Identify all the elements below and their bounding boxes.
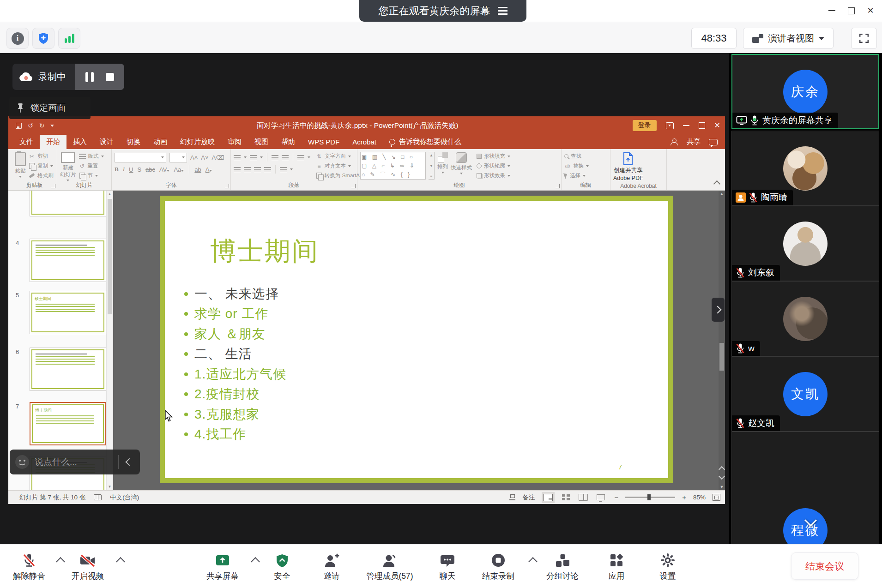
font-dialog-launcher[interactable] (225, 184, 229, 188)
replace-button[interactable]: ab替换 (564, 162, 589, 170)
drawing-dialog-launcher[interactable] (556, 184, 560, 188)
share-person-icon[interactable] (671, 138, 678, 145)
slide-thumbnail[interactable]: 博士期间 (30, 402, 106, 445)
zoom-out-icon[interactable]: − (614, 493, 618, 501)
align-left-icon[interactable] (234, 167, 241, 172)
save-icon[interactable] (16, 123, 22, 129)
clear-format-button[interactable]: A⌫ (212, 154, 224, 161)
lock-view-button[interactable]: 锁定画面 (9, 97, 91, 119)
meeting-security-button[interactable] (32, 28, 54, 49)
increase-indent-icon[interactable] (282, 155, 289, 160)
zoom-slider[interactable] (625, 497, 675, 498)
language-label[interactable]: 中文(台湾) (110, 493, 139, 502)
toolbar-stop-record[interactable]: 结束录制 (464, 550, 533, 582)
scroll-up-icon[interactable]: ▲ (107, 192, 113, 196)
shadow-button[interactable]: S (137, 166, 141, 173)
format-painter-button[interactable]: 格式刷 (29, 171, 54, 180)
ppt-login-button[interactable]: 登录 (633, 120, 657, 131)
quick-styles-button[interactable]: 快速样式 (451, 152, 472, 174)
shapes-scroll[interactable]: ▲▼≡ (429, 152, 435, 180)
toolbar-share-screen[interactable]: 共享屏幕 (188, 550, 257, 582)
ppt-minimize-icon[interactable] (683, 125, 689, 126)
ppt-tab[interactable]: 动画 (147, 135, 174, 149)
scroll-up-icon[interactable]: ▲ (719, 192, 725, 196)
align-right-icon[interactable] (254, 167, 261, 172)
shape-outline-button[interactable]: 形状轮廓 (477, 162, 510, 170)
create-share-pdf-button[interactable]: 创建并共享Adobe PDF (613, 152, 643, 182)
meeting-info-button[interactable]: i (6, 28, 29, 49)
notes-label[interactable]: 备注 (522, 493, 535, 502)
comments-icon[interactable] (709, 139, 718, 145)
strikethrough-button[interactable]: abc (145, 166, 155, 173)
select-button[interactable]: 选择 (564, 171, 589, 180)
pause-recording-button[interactable] (85, 72, 94, 82)
shapes-gallery[interactable]: ▣ ▥ ╲ ↘ □ ○ ▢ △ ⌐ ↳ ⇨ ⇩ ⌂ ✎ ⌒ ∿ { } (360, 152, 426, 180)
copy-button[interactable]: 复制 (29, 162, 54, 170)
stop-recording-square-button[interactable] (106, 73, 114, 81)
highlight-color-button[interactable]: ab (194, 166, 201, 173)
paste-button[interactable]: 粘贴 (15, 152, 26, 178)
next-slide-button[interactable] (719, 473, 725, 481)
font-name-select[interactable] (115, 153, 166, 162)
decrease-indent-icon[interactable] (272, 155, 278, 160)
shape-fill-button[interactable]: 形状填充 (477, 152, 510, 161)
smiley-icon[interactable] (14, 454, 30, 470)
toolbar-settings[interactable]: 设置 (633, 550, 702, 582)
chat-placeholder[interactable]: 说点什么... (35, 456, 118, 468)
italic-button[interactable]: I (123, 166, 125, 173)
ppt-tab[interactable]: 审阅 (221, 135, 248, 149)
ppt-tab[interactable]: 开始 (40, 135, 66, 149)
qat-dropdown-icon[interactable] (50, 125, 54, 127)
fullscreen-button[interactable] (851, 28, 877, 49)
underline-button[interactable]: U (129, 166, 133, 173)
banner-menu-icon[interactable] (498, 7, 507, 15)
scrollbar-thumb[interactable] (719, 343, 724, 371)
ppt-tab[interactable]: 视图 (248, 135, 275, 149)
char-spacing-button[interactable]: AV (159, 166, 169, 173)
slide-scrollbar[interactable]: ▲ ▼ (719, 191, 725, 490)
clipboard-dialog-launcher[interactable] (51, 184, 55, 188)
numbering-icon[interactable] (250, 155, 257, 160)
normal-view-button[interactable] (542, 492, 555, 503)
ppt-tab[interactable]: WPS PDF (302, 135, 346, 149)
slideshow-button[interactable] (594, 492, 607, 503)
thumbnail-scrollbar[interactable]: ▲ ▼ (106, 191, 113, 490)
slide-thumbnail[interactable] (30, 348, 106, 391)
participant-tile[interactable]: 文凯赵文凯 (731, 356, 879, 432)
ppt-tab[interactable]: 幻灯片放映 (174, 135, 221, 149)
scroll-down-icon[interactable]: ▼ (719, 485, 725, 489)
ppt-share-label[interactable]: 共享 (687, 138, 701, 146)
reset-button[interactable]: ↺重置 (79, 162, 104, 170)
previous-slide-button[interactable] (719, 464, 725, 473)
network-stats-button[interactable] (58, 28, 80, 49)
chat-collapse-button[interactable] (119, 459, 140, 465)
ppt-tab[interactable]: Acrobat (346, 135, 383, 149)
font-size-select[interactable] (169, 153, 187, 162)
slide-thumbnail-partial[interactable] (30, 191, 106, 216)
participant-tile[interactable]: w (731, 281, 879, 356)
tell-me-box[interactable]: 告诉我你想要做什么 (383, 135, 468, 149)
reading-view-button[interactable] (577, 492, 590, 503)
ppt-tab[interactable]: 切换 (120, 135, 147, 149)
ribbon-collapse-button[interactable] (713, 180, 721, 188)
new-slide-button[interactable]: 新建幻灯片 (60, 152, 76, 181)
paragraph-dialog-launcher[interactable] (351, 184, 356, 188)
ppt-tab[interactable]: 帮助 (275, 135, 302, 149)
find-button[interactable]: 查找 (564, 152, 589, 161)
redo-icon[interactable]: ↻ (39, 122, 45, 129)
toolbar-camera-off[interactable]: 开启视频 (53, 550, 122, 582)
bold-button[interactable]: B (115, 166, 119, 173)
decrease-font-button[interactable]: A˅ (201, 154, 208, 161)
ppt-tab[interactable]: 文件 (13, 135, 40, 149)
view-mode-button[interactable]: 演讲者视图 (743, 28, 834, 49)
align-center-icon[interactable] (244, 167, 251, 172)
columns-icon[interactable] (280, 167, 287, 172)
minimize-button[interactable] (822, 2, 841, 19)
chat-quick-input[interactable]: 说点什么... (10, 450, 140, 474)
maximize-button[interactable] (841, 2, 861, 19)
participant-tile[interactable]: 陶雨晴 (731, 131, 879, 206)
line-spacing-icon[interactable] (297, 155, 304, 160)
cut-button[interactable]: ✂剪切 (29, 152, 54, 161)
ppt-maximize-icon[interactable] (699, 122, 705, 129)
bullets-icon[interactable] (234, 155, 241, 160)
